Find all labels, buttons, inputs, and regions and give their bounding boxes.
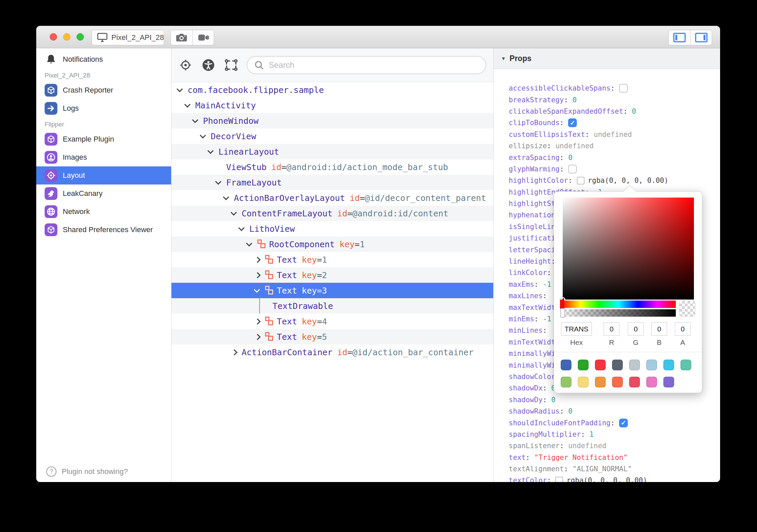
tree-row[interactable]: PhoneWindow: [171, 113, 493, 128]
tree-row[interactable]: Textkey=1: [171, 252, 493, 267]
chevron-down-icon[interactable]: [201, 128, 211, 144]
tree-row[interactable]: Textkey=2: [171, 267, 493, 283]
chevron-right-icon[interactable]: [255, 314, 265, 329]
target-mode-button[interactable]: [178, 58, 193, 72]
color-swatch[interactable]: [612, 360, 623, 370]
hex-field[interactable]: [561, 322, 592, 336]
sidebar-item-label: Images: [63, 153, 87, 162]
chevron-down-icon[interactable]: [232, 206, 242, 221]
color-swatch[interactable]: [663, 360, 674, 370]
search-input[interactable]: [268, 60, 479, 70]
chevron-down-icon[interactable]: [239, 221, 249, 236]
chevron-down-icon[interactable]: [193, 113, 203, 128]
alpha-field[interactable]: [675, 322, 691, 336]
prop-key: isSingleLine: [509, 223, 560, 231]
device-selector-button[interactable]: Pixel_2_API_28: [92, 30, 164, 45]
color-swatch[interactable]: [663, 377, 674, 387]
tree-row[interactable]: ActionBarContainerid=@id/action_bar_cont…: [171, 344, 493, 360]
tree-row[interactable]: LithoView: [171, 221, 493, 236]
tree-row[interactable]: Textkey=3: [171, 283, 493, 298]
tree-row[interactable]: MainActivity: [171, 98, 493, 113]
checkbox-checked-icon[interactable]: ✓: [568, 118, 577, 127]
chevron-right-icon[interactable]: [255, 252, 265, 267]
props-section-header[interactable]: ▾ Props: [494, 48, 720, 69]
color-swatch[interactable]: [629, 377, 640, 387]
checkbox-checked-icon[interactable]: ✓: [619, 419, 628, 427]
prop-colon: :: [560, 442, 564, 450]
node-attr-equals: =: [317, 286, 322, 296]
hue-slider[interactable]: [561, 301, 676, 308]
sidebar-item-images[interactable]: Images: [36, 148, 171, 166]
chevron-down-icon[interactable]: [216, 175, 226, 190]
chevron-right-icon[interactable]: [255, 267, 265, 283]
blue-field[interactable]: [651, 322, 667, 336]
color-value-swatch[interactable]: [555, 477, 563, 482]
close-button[interactable]: [50, 33, 57, 41]
color-swatch[interactable]: [578, 360, 589, 370]
device-selector-label: Pixel_2_API_28: [111, 33, 164, 42]
sidebar-item-layout[interactable]: Layout: [36, 166, 171, 184]
screenshot-button[interactable]: [171, 30, 192, 45]
color-swatch[interactable]: [561, 377, 571, 387]
checkbox-unchecked-icon[interactable]: [568, 165, 577, 173]
triangle-down-icon: ▾: [502, 55, 505, 62]
plugin-not-showing-link[interactable]: ?Plugin not showing?: [36, 461, 171, 482]
toggle-left-panel-button[interactable]: [669, 30, 690, 45]
color-value-swatch[interactable]: [577, 177, 585, 184]
chevron-down-icon[interactable]: [208, 144, 218, 159]
node-name: ViewStub: [226, 162, 266, 172]
chevron-down-icon[interactable]: [178, 82, 188, 98]
alpha-slider[interactable]: [561, 309, 676, 317]
node-attr-key: key: [302, 270, 317, 280]
expand-selection-button[interactable]: [224, 58, 239, 72]
hue-handle[interactable]: [560, 300, 564, 309]
tree-row[interactable]: Textkey=4: [171, 314, 493, 329]
tree-row[interactable]: ViewStubid=@android:id/action_mode_bar_s…: [171, 159, 493, 175]
tree-row[interactable]: TextDrawable: [171, 298, 493, 314]
checkbox-unchecked-icon[interactable]: [619, 84, 628, 93]
tree-row[interactable]: DecorView: [171, 128, 493, 144]
minimize-button[interactable]: [63, 33, 70, 41]
color-swatch[interactable]: [561, 360, 571, 370]
green-field[interactable]: [628, 322, 644, 336]
sidebar-item-shared-preferences-viewer[interactable]: Shared Preferences Viewer: [36, 221, 171, 239]
tree-row[interactable]: com.facebook.flipper.sample: [171, 82, 493, 98]
sidebar-item-network[interactable]: Network: [36, 203, 171, 221]
color-swatch[interactable]: [578, 377, 589, 387]
alpha-handle[interactable]: [560, 308, 565, 318]
tree-row[interactable]: LinearLayout: [171, 144, 493, 159]
tree-row[interactable]: RootComponentkey=1: [171, 236, 493, 252]
toggle-right-panel-button[interactable]: [690, 30, 712, 45]
color-swatch[interactable]: [595, 360, 606, 370]
chevron-down-icon[interactable]: [255, 283, 265, 298]
chevron-down-icon[interactable]: [224, 190, 234, 206]
sidebar-item-crash-reporter[interactable]: Crash Reporter: [36, 81, 171, 99]
color-swatch[interactable]: [646, 377, 657, 387]
sidebar-item-notifications[interactable]: Notifications: [36, 50, 171, 68]
search-box[interactable]: [247, 56, 486, 74]
tree-row[interactable]: ContentFrameLayoutid=@android:id/content: [171, 206, 493, 221]
color-picker-popover: Hex R G B A: [554, 191, 702, 393]
screen-record-button[interactable]: [192, 30, 214, 45]
chevron-right-icon[interactable]: [255, 329, 265, 344]
tree-row[interactable]: FrameLayout: [171, 175, 493, 190]
node-name: PhoneWindow: [203, 116, 259, 126]
sidebar-item-example-plugin[interactable]: Example Plugin: [36, 130, 171, 148]
tree-row[interactable]: Textkey=5: [171, 329, 493, 344]
accessibility-mode-button[interactable]: [201, 58, 216, 72]
color-swatch[interactable]: [680, 360, 691, 370]
chevron-down-icon[interactable]: [185, 98, 195, 113]
sidebar-item-logs[interactable]: Logs: [36, 99, 171, 117]
chevron-down-icon[interactable]: [247, 236, 257, 252]
prop-key: minTextWidth: [509, 338, 560, 346]
color-swatch[interactable]: [646, 360, 657, 370]
color-swatch[interactable]: [629, 360, 640, 370]
saturation-area[interactable]: [563, 198, 694, 300]
sidebar-item-leakcanary[interactable]: LeakCanary: [36, 184, 171, 203]
color-swatch[interactable]: [612, 377, 623, 387]
chevron-right-icon[interactable]: [232, 344, 242, 360]
red-field[interactable]: [604, 322, 619, 336]
zoom-button[interactable]: [77, 33, 84, 41]
color-swatch[interactable]: [595, 377, 606, 387]
tree-row[interactable]: ActionBarOverlayLayoutid=@id/decor_conte…: [171, 190, 493, 206]
